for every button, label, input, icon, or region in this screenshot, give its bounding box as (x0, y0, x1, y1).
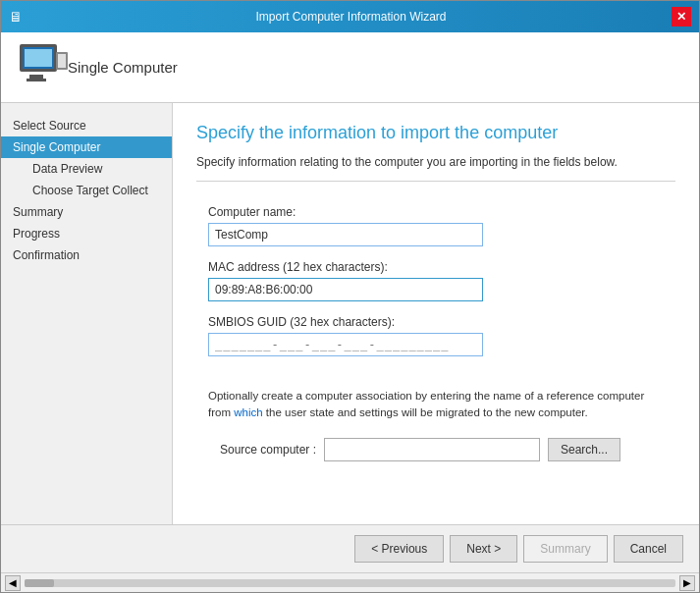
form-section: Computer name: MAC address (12 hex chara… (196, 197, 675, 505)
summary-button[interactable]: Summary (523, 535, 607, 563)
scrollbar-area: ◀ ▶ (1, 572, 699, 592)
main-window: 🖥 Import Computer Information Wizard ✕ S… (0, 0, 700, 593)
smbios-guid-group: SMBIOS GUID (32 hex characters): (208, 315, 664, 356)
sidebar-item-single-computer[interactable]: Single Computer (1, 136, 172, 158)
computer-name-input[interactable] (208, 223, 483, 246)
window-icon: 🖥 (9, 9, 25, 25)
scroll-thumb[interactable] (25, 579, 54, 587)
sidebar: Select Source Single Computer Data Previ… (1, 103, 173, 524)
close-button[interactable]: ✕ (672, 7, 691, 27)
header-area: Single Computer (1, 32, 699, 103)
content-description: Specify information relating to the comp… (196, 155, 675, 182)
source-row: Source computer : Search... (208, 438, 664, 461)
sidebar-item-progress[interactable]: Progress (1, 223, 172, 244)
search-button[interactable]: Search... (548, 438, 620, 461)
body-area: Select Source Single Computer Data Previ… (1, 103, 699, 524)
cancel-button[interactable]: Cancel (614, 535, 683, 563)
sidebar-item-data-preview[interactable]: Data Preview (1, 158, 172, 180)
mac-address-label: MAC address (12 hex characters): (208, 260, 664, 274)
sidebar-item-confirmation[interactable]: Confirmation (1, 244, 172, 266)
footer: < Previous Next > Summary Cancel (1, 524, 699, 572)
mac-address-group: MAC address (12 hex characters): (208, 260, 664, 301)
sidebar-item-choose-target[interactable]: Choose Target Collect (1, 180, 172, 201)
content-title: Specify the information to import the co… (196, 123, 675, 143)
previous-button[interactable]: < Previous (354, 535, 444, 563)
sidebar-section-title: Select Source (1, 115, 172, 136)
next-button[interactable]: Next > (450, 535, 517, 563)
mac-address-input[interactable] (208, 278, 483, 301)
source-computer-label: Source computer : (208, 443, 316, 457)
computer-name-group: Computer name: (208, 205, 664, 246)
content-area: Specify the information to import the co… (173, 103, 699, 524)
computer-name-label: Computer name: (208, 205, 664, 219)
optional-section: Optionally create a computer association… (208, 376, 664, 461)
source-computer-input[interactable] (324, 438, 540, 461)
computer-icon (17, 42, 68, 93)
window-title: Import Computer Information Wizard (30, 10, 672, 24)
sidebar-item-summary[interactable]: Summary (1, 201, 172, 223)
smbios-guid-input[interactable] (208, 333, 483, 356)
optional-description: Optionally create a computer association… (208, 388, 664, 422)
header-title: Single Computer (68, 59, 178, 76)
scroll-track[interactable] (25, 579, 675, 587)
scroll-right-arrow[interactable]: ▶ (679, 575, 695, 591)
smbios-guid-label: SMBIOS GUID (32 hex characters): (208, 315, 664, 329)
title-bar: 🖥 Import Computer Information Wizard ✕ (1, 1, 699, 32)
scroll-left-arrow[interactable]: ◀ (5, 575, 21, 591)
